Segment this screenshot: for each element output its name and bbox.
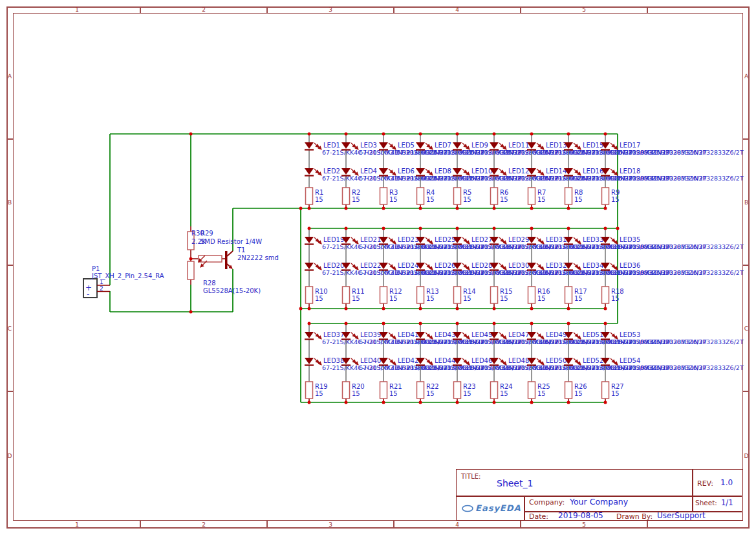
led-triangle[interactable] — [490, 142, 499, 149]
led-triangle[interactable] — [305, 142, 314, 149]
led-ref-label[interactable]: LED17 — [620, 142, 640, 149]
resistor-ref-label[interactable]: R2 — [352, 189, 360, 196]
led-ref-label[interactable]: LED36 — [620, 262, 640, 269]
date-value[interactable]: 2019-08-05 — [558, 511, 603, 520]
led-ref-label[interactable]: LED40 — [360, 357, 381, 364]
resistor-value-label[interactable]: 15 — [463, 390, 471, 397]
led-part-label[interactable]: 67-21S/KK4C-H3030M31N3P32833Z6/2T — [618, 243, 744, 250]
schematic-canvas[interactable]: LED167-21S/KK4C-H3030M31N3P32833Z6/2TLED… — [0, 0, 756, 535]
connector-ref-label[interactable]: P1 — [92, 265, 100, 272]
led-part-label[interactable]: 67-21S/KK4C-H3030M31N3P32833Z6/2T — [618, 269, 744, 276]
resistor-ref-label[interactable]: R26 — [574, 383, 587, 390]
resistor-ref-label[interactable]: R8 — [574, 189, 583, 196]
led-ref-label[interactable]: LED43 — [435, 331, 455, 338]
resistor-value-label[interactable]: 15 — [426, 390, 435, 397]
led-ref-label[interactable]: LED28 — [471, 262, 492, 269]
resistor-symbol[interactable] — [565, 287, 572, 303]
led-ref-label[interactable]: LED8 — [435, 168, 451, 175]
led-part-label[interactable]: 67-21S/KK4C-H3030M31N3P32833Z6/2T — [618, 149, 744, 156]
led-ref-label[interactable]: LED18 — [620, 168, 640, 175]
resistor-symbol[interactable] — [343, 287, 350, 303]
resistor-symbol[interactable] — [565, 188, 572, 204]
led-ref-label[interactable]: LED5 — [398, 142, 415, 149]
led-ref-label[interactable]: LED53 — [620, 331, 640, 338]
transistor-ref-label[interactable]: T1 — [237, 246, 245, 254]
resistor-ref-label[interactable]: R14 — [463, 288, 476, 295]
resistor-ref-label[interactable]: R1 — [315, 189, 323, 196]
led-ref-label[interactable]: LED37 — [323, 331, 344, 338]
transistor-base-bar[interactable] — [225, 251, 228, 269]
led-symbol[interactable] — [305, 358, 321, 365]
led-triangle[interactable] — [341, 168, 351, 175]
led-ref-label[interactable]: LED24 — [398, 262, 418, 269]
led-ref-label[interactable]: LED38 — [323, 357, 344, 364]
led-ref-label[interactable]: LED16 — [583, 168, 603, 175]
led-ref-label[interactable]: LED4 — [360, 168, 377, 175]
led-part-label[interactable]: 67-21S/KK4C-H3030M31N3P32833Z6/2T — [618, 364, 744, 371]
led-ref-label[interactable]: LED25 — [435, 236, 455, 243]
led-ref-label[interactable]: LED1 — [323, 142, 340, 149]
resistor-value-label[interactable]: 15 — [315, 390, 323, 397]
resistor-ref-label[interactable]: R25 — [537, 383, 550, 390]
resistor-ref-label[interactable]: R17 — [574, 288, 587, 295]
led-ref-label[interactable]: LED35 — [620, 236, 640, 243]
led-ref-label[interactable]: LED31 — [546, 236, 567, 243]
resistor-value-label[interactable]: SMD Resistor 1/4W — [200, 238, 262, 245]
led-ref-label[interactable]: LED9 — [471, 142, 488, 149]
connector-minus-label[interactable]: - — [87, 290, 89, 299]
led-ref-label[interactable]: LED45 — [471, 331, 492, 338]
resistor-symbol[interactable] — [602, 287, 609, 303]
resistor-value-label[interactable]: 15 — [463, 295, 471, 302]
connector-pin1-number[interactable]: 1 — [100, 279, 103, 285]
resistor-ref-label[interactable]: R12 — [389, 288, 402, 295]
resistor-ref-label[interactable]: R5 — [463, 189, 471, 196]
led-ref-label[interactable]: LED44 — [435, 357, 455, 364]
led-triangle[interactable] — [305, 263, 314, 269]
resistor-ref-label[interactable]: R15 — [500, 288, 513, 295]
resistor-symbol[interactable] — [491, 382, 498, 399]
led-ref-label[interactable]: LED30 — [508, 262, 529, 269]
led-part-label[interactable]: 67-21S/KK4C-H3030M31N3P32833Z6/2T — [618, 338, 744, 345]
resistor-value-label[interactable]: 15 — [611, 295, 620, 302]
led-ref-label[interactable]: LED48 — [508, 357, 529, 364]
resistor-symbol[interactable] — [491, 188, 498, 204]
led-ref-label[interactable]: LED23 — [398, 236, 418, 243]
resistor-symbol[interactable] — [454, 287, 461, 303]
company-value[interactable]: Your Company — [570, 497, 628, 507]
resistor-value-label[interactable]: 15 — [315, 295, 323, 302]
led-ref-label[interactable]: LED15 — [583, 142, 603, 149]
resistor-symbol[interactable] — [380, 188, 387, 204]
resistor-symbol[interactable] — [306, 382, 313, 399]
resistor-symbol[interactable] — [417, 287, 424, 303]
resistor-symbol[interactable] — [528, 287, 535, 303]
resistor-ref-label[interactable]: R21 — [389, 383, 402, 390]
resistor-value-label[interactable]: 15 — [574, 295, 583, 302]
resistor-ref-label[interactable]: R11 — [352, 288, 365, 295]
resistor-value-label[interactable]: 15 — [500, 390, 508, 397]
photoresistor-ref-label[interactable]: R28 — [203, 279, 216, 287]
led-triangle[interactable] — [305, 168, 314, 175]
resistor-symbol[interactable] — [454, 382, 461, 399]
led-ref-label[interactable]: LED10 — [471, 168, 492, 175]
led-symbol[interactable] — [305, 237, 321, 244]
led-triangle[interactable] — [305, 332, 314, 338]
led-triangle[interactable] — [416, 142, 425, 149]
led-ref-label[interactable]: LED27 — [471, 236, 492, 243]
resistor-value-label[interactable]: 15 — [315, 196, 323, 203]
led-symbol[interactable] — [305, 263, 321, 270]
led-ref-label[interactable]: LED20 — [323, 262, 344, 269]
resistor-symbol[interactable] — [343, 382, 350, 399]
resistor-ref-label[interactable]: R22 — [426, 383, 439, 390]
led-part-label[interactable]: 67-21S/KK4C-H3030M31N3P32833Z6/2T — [618, 175, 744, 182]
led-triangle[interactable] — [305, 358, 314, 364]
resistor-symbol[interactable] — [528, 188, 535, 204]
resistor-ref-label[interactable]: R16 — [537, 288, 550, 295]
resistor-ref-label[interactable]: R27 — [611, 383, 624, 390]
resistor-symbol[interactable] — [306, 287, 313, 303]
led-ref-label[interactable]: LED7 — [435, 142, 451, 149]
led-ref-label[interactable]: LED21 — [360, 236, 381, 243]
led-ref-label[interactable]: LED11 — [508, 142, 529, 149]
led-symbol[interactable] — [305, 142, 321, 149]
resistor-value-label[interactable]: 15 — [574, 196, 583, 203]
photoresistor-symbol[interactable] — [188, 261, 194, 279]
